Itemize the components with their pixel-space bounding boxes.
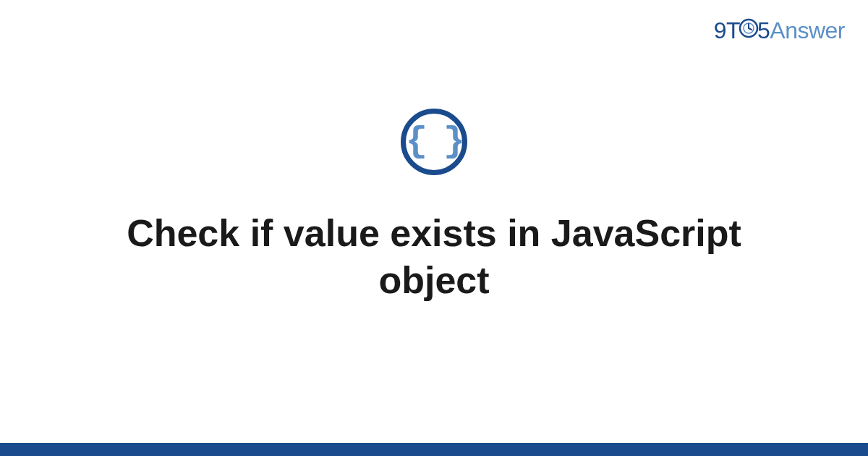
- bottom-accent-bar: [0, 443, 868, 456]
- clock-icon: [739, 17, 759, 44]
- braces-glyph: { }: [406, 124, 462, 160]
- svg-line-3: [749, 28, 752, 30]
- logo-part-9t: 9T: [714, 17, 740, 43]
- site-logo: 9T5Answer: [714, 17, 845, 46]
- page-title: Check if value exists in JavaScript obje…: [72, 210, 796, 304]
- logo-part-5: 5: [757, 17, 770, 43]
- main-content: { } Check if value exists in JavaScript …: [0, 0, 868, 456]
- code-braces-icon: { }: [401, 109, 467, 175]
- logo-part-answer: Answer: [770, 17, 845, 43]
